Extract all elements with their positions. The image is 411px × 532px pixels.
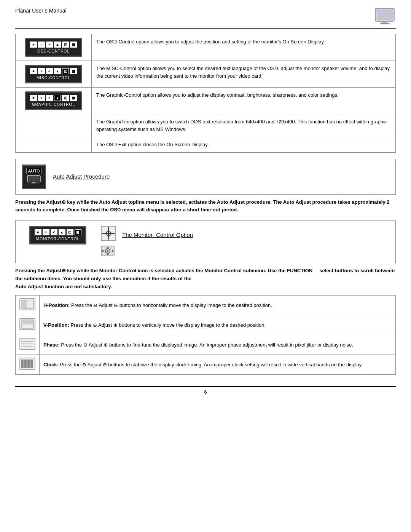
svg-rect-2 — [382, 21, 387, 23]
osd-screen-misc-control: ■ ≡ ✓ ▲ ◫ ▦ MISC-CONTROL — [25, 65, 82, 83]
graphic-control-desc: The Graphic-Control option allows you to… — [92, 88, 396, 114]
osd-control-cell: ■ ≡ ✓ ▲ ◫ ▦ OSD-CONTROL — [16, 34, 92, 61]
mc-icon-2: ≡ — [43, 229, 49, 235]
misc-control-cell: ■ ≡ ✓ ▲ ◫ ▦ MISC-CONTROL — [16, 61, 92, 88]
h-pos-icon-cell — [16, 296, 40, 315]
osd-label-1: OSD-CONTROL — [30, 49, 77, 53]
monitor-control-title: The Monitor- Control Option — [122, 232, 193, 238]
crosshair-icon — [101, 226, 116, 243]
auto-icon-label: AUTO — [26, 168, 42, 174]
table-row: ■ ≡ ✓ ▲ ◫ ▦ GRAPHIC-CONTROL The Graphic-… — [16, 88, 396, 114]
table-row: The OSD Exit option closes the On Screen… — [16, 137, 396, 153]
osd-exit-icon-cell — [16, 137, 92, 153]
osd-icons-row: ■ ≡ ✓ ▲ ◫ ▦ — [30, 42, 77, 48]
misc-control-desc: The MISC-Control option allows you to se… — [92, 61, 396, 88]
misc-icon-2: ≡ — [38, 68, 45, 74]
phase-label: Phase: — [43, 342, 60, 348]
svg-rect-32 — [24, 359, 27, 368]
graphic-icon-3: ✓ — [46, 95, 53, 101]
header-divider — [15, 28, 396, 29]
page-number: 6 — [15, 389, 396, 395]
svg-rect-17 — [107, 254, 108, 255]
phase-desc: Phase: Press the ⊖ Adjust ⊕ buttons to f… — [40, 335, 396, 355]
svg-rect-31 — [21, 359, 24, 368]
monitor-logo-icon — [374, 8, 396, 26]
function-label: FUNCTION — [287, 268, 312, 273]
svg-rect-3 — [380, 23, 390, 24]
svg-rect-33 — [27, 359, 30, 368]
monitor-control-desc-bold: Pressing the Adjust⊕ key while the Monit… — [15, 268, 395, 289]
sub-items-table: H-Position: Press the ⊖ Adjust ⊕ buttons… — [15, 295, 396, 375]
svg-rect-18 — [102, 250, 104, 252]
clock-desc: Clock: Press the ⊖ Adjust ⊕ buttons to s… — [40, 355, 396, 375]
table-row: H-Position: Press the ⊖ Adjust ⊕ buttons… — [16, 296, 396, 315]
svg-rect-7 — [32, 182, 35, 183]
h-pos-label: H-Position: — [43, 302, 70, 308]
svg-rect-34 — [30, 359, 33, 368]
v-pos-text: Press the ⊖ Adjust ⊕ buttons to vertical… — [71, 322, 266, 328]
gear-settings-icon — [101, 246, 115, 257]
h-pos-desc: H-Position: Press the ⊖ Adjust ⊕ buttons… — [40, 296, 396, 315]
table-row: ■ ≡ ✓ ▲ ◫ ▦ OSD-CONTROL The OSD-Control … — [16, 34, 396, 61]
mc-icon-3: ✓ — [51, 229, 57, 235]
svg-rect-19 — [112, 250, 113, 252]
auto-icon-monitor-shape — [27, 175, 41, 185]
auto-adjust-description: Pressing the Adjust⊕ key while the Auto … — [15, 198, 396, 214]
page-title: Planar User s Manual — [15, 8, 67, 14]
auto-adjust-section: AUTO Auto Adjust Procedure — [15, 159, 396, 195]
mc-icon-5: ◫ — [67, 229, 73, 235]
osd-icons-row-mc: ■ ≡ ✓ ▲ ◫ ▦ — [34, 229, 81, 235]
svg-rect-6 — [28, 176, 40, 181]
misc-icon-1: ■ — [30, 68, 37, 74]
table-row: ■ ≡ ✓ ▲ ◫ ▦ MISC-CONTROL The MISC-Contro… — [16, 61, 396, 88]
graphtex-desc: The Graph/Tex option allows you to switc… — [92, 114, 396, 137]
monitor-control-description: Pressing the Adjust⊕ key while the Monit… — [15, 267, 396, 291]
mc-icon-1: ■ — [35, 229, 41, 235]
graphtex-icon-cell — [16, 114, 92, 137]
v-pos-label: V-Position: — [43, 322, 69, 328]
phase-text: Press the ⊖ Adjust ⊕ buttons to fine-tun… — [61, 342, 353, 348]
v-pos-desc: V-Position: Press the ⊖ Adjust ⊕ buttons… — [40, 315, 396, 335]
svg-point-15 — [107, 250, 108, 252]
h-pos-text: Press the ⊖ Adjust ⊕ buttons to horizont… — [71, 302, 272, 308]
graphic-control-cell: ■ ≡ ✓ ▲ ◫ ▦ GRAPHIC-CONTROL — [16, 88, 92, 114]
misc-icon-5: ◫ — [62, 68, 69, 74]
monitor-control-box: ■ ≡ ✓ ▲ ◫ ▦ MONITOR-CONTROL The Monitor-… — [15, 220, 396, 263]
clock-label: Clock: — [43, 362, 59, 367]
osd-exit-desc: The OSD Exit option closes the On Screen… — [92, 137, 396, 153]
graphic-icon-4: ▲ — [54, 95, 61, 101]
svg-rect-25 — [21, 320, 33, 324]
auto-adjust-title: Auto Adjust Procedure — [53, 173, 110, 180]
phase-icon-cell — [16, 335, 40, 355]
svg-rect-16 — [107, 247, 108, 248]
osd-icon-2: ≡ — [38, 42, 45, 48]
misc-icon-4: ▲ — [54, 68, 61, 74]
graphic-icon-1: ■ — [30, 95, 37, 101]
osd-icon-6: ▦ — [70, 42, 77, 48]
table-row: Phase: Press the ⊖ Adjust ⊕ buttons to f… — [16, 335, 396, 355]
svg-rect-8 — [31, 183, 37, 184]
svg-rect-22 — [21, 300, 27, 308]
table-row: The Graph/Tex option allows you to switc… — [16, 114, 396, 137]
osd-screen-osd-control: ■ ≡ ✓ ▲ ◫ ▦ OSD-CONTROL — [25, 38, 82, 57]
clock-icon-cell — [16, 355, 40, 375]
osd-icons-row-2: ■ ≡ ✓ ▲ ◫ ▦ — [30, 68, 77, 74]
mc-icon-6: ▦ — [75, 229, 81, 235]
graphic-icon-2: ≡ — [38, 95, 45, 101]
osd-icon-5: ◫ — [62, 42, 69, 48]
osd-screen-monitor-control: ■ ≡ ✓ ▲ ◫ ▦ MONITOR-CONTROL — [29, 226, 86, 244]
osd-label-mc: MONITOR-CONTROL — [34, 237, 81, 241]
osd-icons-row-3: ■ ≡ ✓ ▲ ◫ ▦ — [30, 95, 77, 101]
auto-adjust-icon: AUTO — [22, 165, 46, 189]
svg-rect-4 — [376, 9, 393, 21]
graphic-icon-6: ▦ — [70, 95, 77, 101]
osd-control-desc: The OSD-Control option allows you to adj… — [92, 34, 396, 61]
osd-icon-3: ✓ — [46, 42, 53, 48]
osd-icon-4: ▲ — [54, 42, 61, 48]
v-pos-icon-cell — [16, 315, 40, 335]
table-row: Clock: Press the ⊖ Adjust ⊕ buttons to s… — [16, 355, 396, 375]
page-header: Planar User s Manual — [15, 8, 396, 26]
clock-text: Press the ⊖ Adjust ⊕ buttons to stabiliz… — [60, 362, 363, 367]
graphic-icon-5: ◫ — [62, 95, 69, 101]
misc-icon-6: ▦ — [70, 68, 77, 74]
